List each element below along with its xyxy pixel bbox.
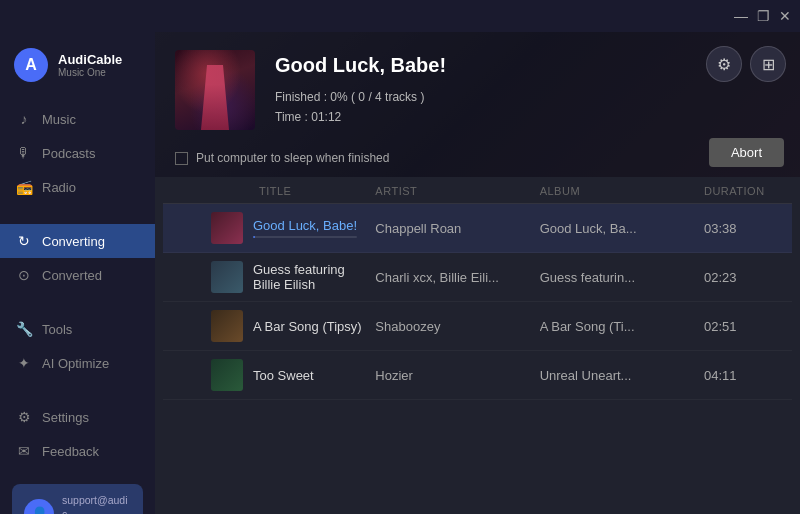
- sidebar-label-podcasts: Podcasts: [42, 146, 95, 161]
- sidebar-label-feedback: Feedback: [42, 444, 99, 459]
- track-album: Good Luck, Ba...: [540, 221, 660, 236]
- track-duration: 02:51: [704, 319, 784, 334]
- track-artist: Charli xcx, Billie Eili...: [375, 270, 539, 285]
- track-name: Good Luck, Babe!: [253, 218, 357, 233]
- sidebar-bottom: 👤 support@audicable.com: [0, 472, 155, 514]
- track-title-cell: Too Sweet: [211, 359, 375, 391]
- header-title: TITLE: [211, 185, 375, 197]
- sidebar-item-converting[interactable]: ↻ Converting: [0, 224, 155, 258]
- track-progress-bar: [253, 236, 357, 238]
- track-progress-fill: [253, 236, 255, 238]
- track-duration: 02:23: [704, 270, 784, 285]
- feedback-icon: ✉: [16, 443, 32, 459]
- settings-icon: ⚙: [16, 409, 32, 425]
- app-name: AudiCable: [58, 52, 122, 67]
- title-bar: — ❐ ✕: [0, 0, 800, 32]
- banner-content: Good Luck, Babe! Finished : 0% ( 0 / 4 t…: [155, 32, 800, 140]
- sidebar-item-tools[interactable]: 🔧 Tools: [0, 312, 155, 346]
- track-name: Too Sweet: [253, 368, 314, 383]
- abort-button[interactable]: Abort: [709, 138, 784, 167]
- track-name: Guess featuring Billie Eilish: [253, 262, 375, 292]
- track-thumbnail: [211, 261, 243, 293]
- main-content: Good Luck, Babe! Finished : 0% ( 0 / 4 t…: [155, 32, 800, 514]
- track-duration: 04:11: [704, 368, 784, 383]
- sidebar-label-converting: Converting: [42, 234, 105, 249]
- app-subtitle: Music One: [58, 67, 122, 78]
- close-button[interactable]: ✕: [778, 9, 792, 23]
- track-artist: Hozier: [375, 368, 539, 383]
- converting-icon: ↻: [16, 233, 32, 249]
- track-name: A Bar Song (Tipsy): [253, 319, 362, 334]
- maximize-button[interactable]: ❐: [756, 9, 770, 23]
- track-title-cell: Guess featuring Billie Eilish: [211, 261, 375, 293]
- banner-title: Good Luck, Babe!: [275, 54, 780, 77]
- track-thumbnail: [211, 310, 243, 342]
- header-artist: ARTIST: [375, 185, 539, 197]
- sidebar-nav-convert: ↻ Converting ⊙ Converted: [0, 220, 155, 296]
- sidebar-label-ai: AI Optimize: [42, 356, 109, 371]
- album-art: [175, 50, 255, 130]
- header-duration: DURATION: [704, 185, 784, 197]
- header-num: [171, 185, 211, 197]
- converted-icon: ⊙: [16, 267, 32, 283]
- track-artist: Shaboozey: [375, 319, 539, 334]
- finished-label: Finished : 0% ( 0 / 4 tracks ): [275, 87, 780, 107]
- account-avatar: 👤: [24, 499, 54, 514]
- sidebar-item-feedback[interactable]: ✉ Feedback: [0, 434, 155, 468]
- window-controls: — ❐ ✕: [734, 9, 792, 23]
- sidebar-label-settings: Settings: [42, 410, 89, 425]
- music-icon: ♪: [16, 111, 32, 127]
- track-name-wrapper: Guess featuring Billie Eilish: [253, 262, 375, 292]
- sidebar-label-converted: Converted: [42, 268, 102, 283]
- sidebar-nav-tools: 🔧 Tools ✦ AI Optimize: [0, 308, 155, 384]
- top-banner: Good Luck, Babe! Finished : 0% ( 0 / 4 t…: [155, 32, 800, 177]
- track-thumbnail: [211, 359, 243, 391]
- track-duration: 03:38: [704, 221, 784, 236]
- tools-icon: 🔧: [16, 321, 32, 337]
- sidebar-item-ai-optimize[interactable]: ✦ AI Optimize: [0, 346, 155, 380]
- sidebar-label-tools: Tools: [42, 322, 72, 337]
- logo-text: AudiCable Music One: [58, 52, 122, 78]
- table-row[interactable]: Too Sweet Hozier Unreal Uneart... 04:11: [163, 351, 792, 400]
- sidebar-label-music: Music: [42, 112, 76, 127]
- track-album: A Bar Song (Ti...: [540, 319, 660, 334]
- logo-area: A AudiCable Music One: [0, 40, 155, 98]
- sidebar-item-music[interactable]: ♪ Music: [0, 102, 155, 136]
- radio-icon: 📻: [16, 179, 32, 195]
- minimize-button[interactable]: —: [734, 9, 748, 23]
- podcasts-icon: 🎙: [16, 145, 32, 161]
- sidebar-item-podcasts[interactable]: 🎙 Podcasts: [0, 136, 155, 170]
- table-row[interactable]: A Bar Song (Tipsy) Shaboozey A Bar Song …: [163, 302, 792, 351]
- header-album: ALBUM: [540, 185, 704, 197]
- track-artist: Chappell Roan: [375, 221, 539, 236]
- table-header: TITLE ARTIST ALBUM DURATION: [163, 177, 792, 204]
- sidebar-item-settings[interactable]: ⚙ Settings: [0, 400, 155, 434]
- track-list: TITLE ARTIST ALBUM DURATION Good Luck, B…: [155, 177, 800, 514]
- account-email: support@audicable.com: [62, 494, 131, 514]
- track-album: Guess featurin...: [540, 270, 660, 285]
- table-row[interactable]: Good Luck, Babe! Chappell Roan Good Luck…: [163, 204, 792, 253]
- app-body: A AudiCable Music One ♪ Music 🎙 Podcasts…: [0, 32, 800, 514]
- sidebar-item-converted[interactable]: ⊙ Converted: [0, 258, 155, 292]
- sleep-row: Put computer to sleep when finished: [175, 151, 389, 165]
- sidebar: A AudiCable Music One ♪ Music 🎙 Podcasts…: [0, 32, 155, 514]
- logo-icon: A: [14, 48, 48, 82]
- track-name-wrapper: Good Luck, Babe!: [253, 218, 357, 238]
- sidebar-item-radio[interactable]: 📻 Radio: [0, 170, 155, 204]
- sleep-label: Put computer to sleep when finished: [196, 151, 389, 165]
- sidebar-nav-bottom: ⚙ Settings ✉ Feedback: [0, 396, 155, 472]
- table-row[interactable]: Guess featuring Billie Eilish Charli xcx…: [163, 253, 792, 302]
- track-title-cell: Good Luck, Babe!: [211, 212, 375, 244]
- sleep-checkbox[interactable]: [175, 152, 188, 165]
- track-album: Unreal Uneart...: [540, 368, 660, 383]
- account-card[interactable]: 👤 support@audicable.com: [12, 484, 143, 514]
- time-label: Time : 01:12: [275, 107, 780, 127]
- track-name-wrapper: A Bar Song (Tipsy): [253, 319, 362, 334]
- track-name-wrapper: Too Sweet: [253, 368, 314, 383]
- ai-icon: ✦: [16, 355, 32, 371]
- banner-info: Good Luck, Babe! Finished : 0% ( 0 / 4 t…: [275, 50, 780, 128]
- track-title-cell: A Bar Song (Tipsy): [211, 310, 375, 342]
- sidebar-label-radio: Radio: [42, 180, 76, 195]
- sidebar-nav-top: ♪ Music 🎙 Podcasts 📻 Radio: [0, 98, 155, 208]
- track-thumbnail: [211, 212, 243, 244]
